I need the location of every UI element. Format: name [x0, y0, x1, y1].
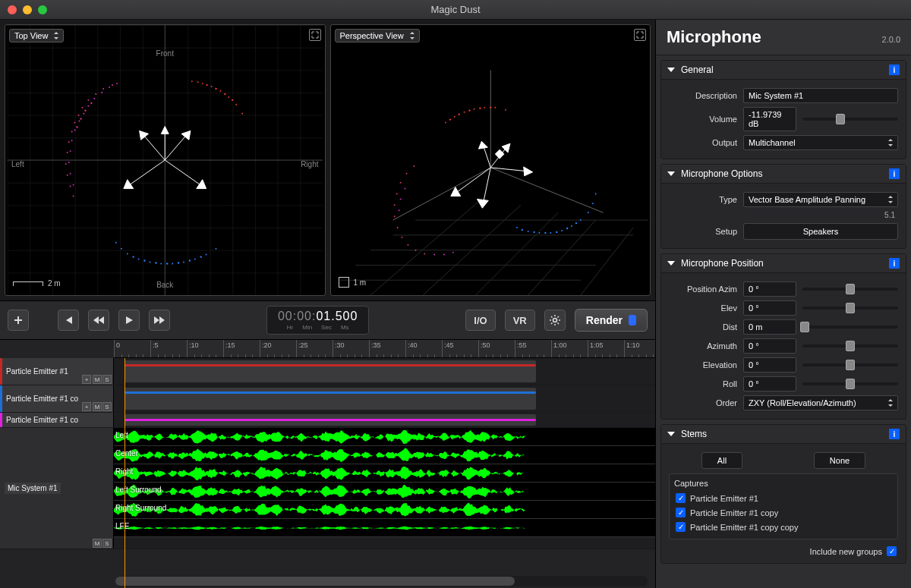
info-icon[interactable]: i [889, 258, 900, 269]
fullscreen-icon[interactable] [309, 29, 321, 41]
viewport-top[interactable]: Top View [5, 24, 326, 296]
go-to-start[interactable] [58, 310, 79, 331]
svg-point-27 [80, 118, 81, 119]
mute-button[interactable]: M [93, 402, 102, 411]
play[interactable] [118, 310, 140, 331]
timeline-ruler[interactable]: 0:5:10:15:20:25:30:35:40:45:50:551:001:0… [114, 340, 655, 358]
section-header[interactable]: Stemsi [661, 425, 906, 444]
svg-point-32 [79, 121, 80, 122]
vr-button[interactable]: VR [505, 310, 535, 331]
checkbox[interactable]: ✓ [676, 508, 686, 517]
position-slider[interactable] [802, 363, 898, 366]
position-field[interactable]: 0 ° [743, 357, 796, 373]
viewport-perspective[interactable]: Perspective View [330, 24, 651, 296]
rewind[interactable] [88, 310, 109, 331]
io-button[interactable]: I/O [465, 310, 495, 331]
svg-point-122 [449, 118, 450, 120]
capture-item[interactable]: ✓Particle Emitter #1 copy [674, 505, 893, 520]
svg-point-125 [479, 108, 481, 109]
svg-point-130 [550, 232, 551, 234]
svg-point-19 [67, 175, 68, 176]
svg-point-34 [71, 140, 73, 141]
inspector-title: Microphone [667, 27, 761, 47]
mute-button[interactable]: M [93, 375, 102, 384]
order-select[interactable]: ZXY (Roll/Elevation/Azimuth) [743, 395, 898, 410]
ruler-tick: :55 [515, 340, 527, 357]
mute-button[interactable]: M [93, 539, 102, 548]
position-field[interactable]: 0 ° [743, 281, 796, 297]
position-slider[interactable] [802, 344, 898, 347]
svg-line-87 [483, 145, 490, 168]
track-header-mic[interactable]: Mic System #1 MS [0, 428, 114, 549]
ruler-tick: :30 [333, 340, 345, 357]
timecode-display[interactable]: 00:00:01.500 HrMinSecMs [266, 306, 369, 335]
volume-slider[interactable] [802, 118, 898, 121]
waveform-channel[interactable]: Right [114, 464, 655, 483]
solo-button[interactable]: S [102, 539, 112, 548]
checkbox[interactable]: ✓ [676, 522, 686, 532]
solo-button[interactable]: S [102, 402, 112, 411]
titlebar: Magic Dust [0, 0, 911, 20]
minimize-window[interactable] [23, 5, 32, 14]
speakers-button[interactable]: Speakers [743, 223, 898, 240]
fullscreen-icon[interactable] [634, 29, 646, 41]
svg-point-21 [73, 195, 74, 197]
svg-point-59 [160, 263, 162, 264]
zoom-window[interactable] [38, 5, 47, 14]
svg-point-100 [393, 204, 395, 206]
section-header[interactable]: Microphone Optionsi [661, 165, 906, 184]
waveform-channel[interactable]: Center [114, 446, 655, 464]
info-icon[interactable]: i [889, 429, 900, 439]
waveform-channel[interactable]: Left Surround [114, 483, 655, 501]
settings-button[interactable] [544, 310, 566, 331]
position-field[interactable]: 0 ° [743, 376, 796, 391]
view-mode-select-left[interactable]: Top View [9, 29, 64, 42]
info-icon[interactable]: i [889, 168, 900, 179]
svg-point-137 [521, 229, 522, 231]
position-slider[interactable] [802, 307, 898, 310]
position-slider[interactable] [802, 382, 898, 385]
waveform-channel[interactable]: Left [114, 428, 655, 446]
ruler-tick: :35 [369, 340, 381, 357]
render-button[interactable]: Render [575, 309, 648, 332]
track-header[interactable]: Particle Emitter #1 co +MS [0, 385, 114, 412]
svg-rect-97 [495, 149, 503, 158]
capture-item[interactable]: ✓Particle Emitter #1 [674, 491, 893, 505]
type-select[interactable]: Vector Base Amplitude Panning [743, 192, 898, 207]
stems-all[interactable]: All [701, 452, 742, 469]
position-field[interactable]: 0 ° [743, 300, 796, 316]
section-header[interactable]: Microphone Positioni [661, 254, 906, 273]
output-select[interactable]: Multichannel [743, 135, 898, 150]
volume-field[interactable]: -11.9739 dB [743, 107, 796, 131]
svg-point-131 [561, 230, 563, 231]
include-new-groups-checkbox[interactable]: ✓ [887, 546, 897, 556]
add-button[interactable] [8, 310, 29, 331]
solo-button[interactable]: S [102, 375, 112, 384]
position-slider[interactable] [802, 288, 898, 291]
capture-item[interactable]: ✓Particle Emitter #1 copy copy [674, 520, 893, 534]
timeline-scrollbar[interactable] [115, 576, 648, 586]
view-mode-select-right[interactable]: Perspective View [335, 29, 420, 42]
svg-line-86 [490, 168, 603, 212]
stems-none[interactable]: None [814, 452, 865, 469]
axis-label: Back [156, 281, 173, 289]
description-field[interactable]: Mic System #1 [743, 88, 898, 103]
playhead[interactable] [125, 358, 125, 588]
add-icon[interactable]: + [82, 375, 91, 384]
close-window[interactable] [8, 5, 17, 14]
svg-point-48 [235, 104, 237, 105]
info-icon[interactable]: i [889, 64, 900, 75]
position-slider[interactable] [802, 325, 898, 329]
waveform-channel[interactable]: LFE [114, 519, 655, 537]
fast-forward[interactable] [149, 310, 170, 331]
svg-point-65 [133, 256, 134, 257]
checkbox[interactable]: ✓ [676, 493, 686, 503]
add-icon[interactable]: + [82, 402, 91, 411]
svg-point-55 [191, 80, 193, 82]
waveform-channel[interactable]: Right Surround [114, 501, 655, 519]
track-header[interactable]: Particle Emitter #1 co [0, 413, 114, 427]
track-header[interactable]: Particle Emitter #1 +MS [0, 358, 114, 385]
position-field[interactable]: 0 ° [743, 338, 796, 354]
section-header[interactable]: Generali [661, 61, 906, 80]
position-field[interactable]: 0 m [743, 319, 796, 335]
